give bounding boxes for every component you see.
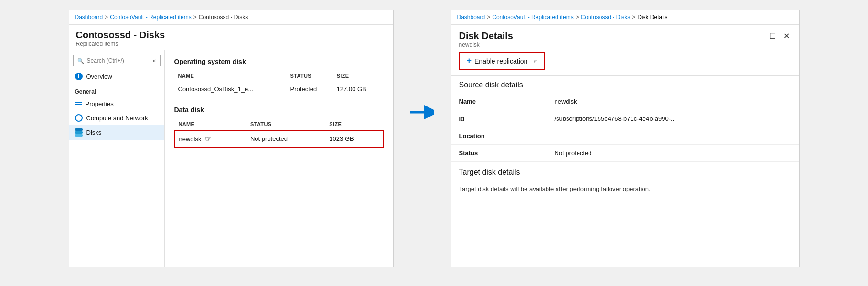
breadcrumb-r-disks[interactable]: Contosossd - Disks — [581, 14, 630, 21]
target-note: Target disk details will be available af… — [451, 180, 799, 197]
search-icon: 🔍 — [77, 58, 84, 64]
close-button[interactable]: ✕ — [782, 31, 792, 42]
sidebar-item-compute[interactable]: Compute and Network — [69, 111, 164, 125]
arrow-container — [408, 10, 437, 119]
cursor-hand-btn-icon: ☞ — [531, 57, 537, 65]
search-box[interactable]: 🔍 « — [73, 55, 161, 66]
enable-replication-button[interactable]: + Enable replication ☞ — [459, 52, 546, 70]
sidebar-label-overview: Overview — [86, 73, 112, 80]
right-panel: Dashboard > ContosoVault - Replicated it… — [451, 10, 800, 267]
right-title-area: Disk Details newdisk — [459, 31, 513, 48]
enable-replication-label: Enable replication — [474, 57, 527, 65]
info-icon: i — [75, 73, 83, 80]
data-disk-table: NAME STATUS SIZE newdisk ☞ Not protected — [174, 118, 384, 148]
detail-value-status: Not protected — [547, 145, 799, 162]
plus-icon: + — [467, 56, 472, 66]
os-disk-section: Operating system disk NAME STATUS SIZE C… — [174, 58, 384, 96]
detail-value-location — [547, 127, 799, 145]
right-breadcrumb: Dashboard > ContosoVault - Replicated it… — [451, 10, 799, 25]
disks-icon — [75, 128, 83, 137]
os-disk-status: Protected — [287, 82, 333, 96]
sidebar: 🔍 « i Overview General Properties Comp — [69, 50, 165, 267]
col-name-os: NAME — [174, 70, 287, 82]
sidebar-label-compute: Compute and Network — [86, 115, 148, 122]
os-disk-size: 127.00 GB — [333, 82, 384, 96]
os-disk-title: Operating system disk — [174, 58, 384, 65]
table-row[interactable]: newdisk ☞ Not protected 1023 GB — [175, 130, 383, 147]
source-detail-table: Name newdisk Id /subscriptions/155c4768-… — [451, 93, 799, 162]
right-header-actions: ☐ ✕ — [767, 31, 792, 42]
detail-row-name: Name newdisk — [451, 93, 799, 110]
right-title: Disk Details — [459, 31, 513, 42]
detail-label-status: Status — [451, 145, 547, 162]
detail-row-status: Status Not protected — [451, 145, 799, 162]
target-section-title: Target disk details — [451, 162, 799, 180]
breadcrumb-dashboard[interactable]: Dashboard — [75, 14, 103, 21]
right-header: Disk Details newdisk ☐ ✕ — [451, 25, 799, 52]
collapse-icon[interactable]: « — [153, 57, 156, 64]
detail-label-location: Location — [451, 127, 547, 145]
data-disk-section: Data disk NAME STATUS SIZE newdisk — [174, 106, 384, 148]
page-subtitle: Replicated items — [76, 41, 386, 47]
col-status-data: STATUS — [246, 118, 325, 130]
detail-row-location: Location — [451, 127, 799, 145]
breadcrumb-r-vault[interactable]: ContosoVault - Replicated items — [492, 14, 574, 21]
os-disk-name: Contosossd_OsDisk_1_e... — [174, 82, 287, 96]
detail-row-id: Id /subscriptions/155c4768-b71c-4e4b-a99… — [451, 110, 799, 127]
left-panel: Dashboard > ContosoVault - Replicated it… — [69, 10, 394, 267]
page-title: Contosossd - Disks — [76, 30, 386, 41]
data-disk-title: Data disk — [174, 106, 384, 114]
maximize-button[interactable]: ☐ — [767, 31, 778, 42]
detail-label-id: Id — [451, 110, 547, 127]
data-disk-name: newdisk ☞ — [175, 130, 246, 147]
breadcrumb-vault[interactable]: ContosoVault - Replicated items — [110, 14, 192, 21]
sidebar-item-overview[interactable]: i Overview — [69, 69, 164, 84]
main-content: Operating system disk NAME STATUS SIZE C… — [165, 50, 393, 267]
source-section-title: Source disk details — [451, 75, 799, 93]
globe-icon — [75, 114, 83, 122]
sidebar-label-disks: Disks — [86, 129, 102, 136]
breadcrumb-r-dashboard[interactable]: Dashboard — [457, 14, 485, 21]
cursor-hand-icon: ☞ — [205, 134, 212, 143]
sidebar-label-properties: Properties — [86, 100, 114, 107]
sidebar-item-properties[interactable]: Properties — [69, 97, 164, 111]
detail-value-name: newdisk — [547, 93, 799, 110]
breadcrumb-current: Contosossd - Disks — [199, 14, 248, 21]
detail-label-name: Name — [451, 93, 547, 110]
data-disk-status: Not protected — [246, 130, 325, 147]
bars-icon — [75, 102, 82, 106]
col-name-data: NAME — [175, 118, 246, 130]
left-breadcrumb: Dashboard > ContosoVault - Replicated it… — [69, 10, 393, 25]
right-subtitle: newdisk — [459, 42, 513, 48]
col-status-os: STATUS — [287, 70, 333, 82]
os-disk-table: NAME STATUS SIZE Contosossd_OsDisk_1_e..… — [174, 70, 384, 96]
left-content: 🔍 « i Overview General Properties Comp — [69, 50, 393, 267]
detail-value-id: /subscriptions/155c4768-b71c-4e4b-a990-.… — [547, 110, 799, 127]
data-disk-size: 1023 GB — [325, 130, 383, 147]
table-row[interactable]: Contosossd_OsDisk_1_e... Protected 127.0… — [174, 82, 384, 96]
col-size-data: SIZE — [325, 118, 383, 130]
arrow-right-icon — [410, 105, 434, 119]
left-title-area: Contosossd - Disks Replicated items — [69, 25, 393, 50]
breadcrumb-r-detail: Disk Details — [637, 14, 667, 21]
sidebar-item-disks[interactable]: Disks — [69, 125, 164, 140]
col-size-os: SIZE — [333, 70, 384, 82]
search-input[interactable] — [87, 57, 149, 64]
sidebar-section-general: General — [69, 84, 164, 97]
